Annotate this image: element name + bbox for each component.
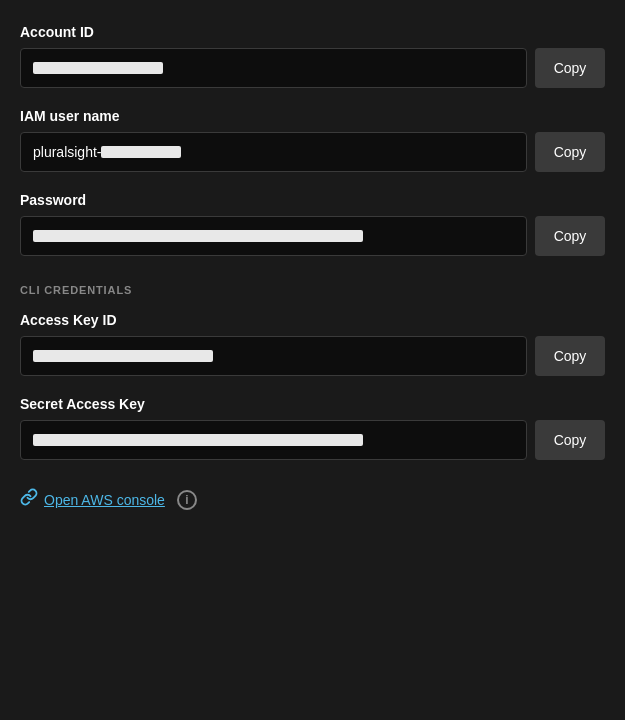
secret-access-key-masked — [33, 434, 363, 446]
secret-access-key-copy-button[interactable]: Copy — [535, 420, 605, 460]
iam-user-name-label: IAM user name — [20, 108, 605, 124]
iam-user-name-input[interactable]: pluralsight- — [20, 132, 527, 172]
access-key-id-masked — [33, 350, 213, 362]
password-masked — [33, 230, 363, 242]
password-input[interactable] — [20, 216, 527, 256]
info-icon-button[interactable]: i — [177, 490, 197, 510]
access-key-id-label: Access Key ID — [20, 312, 605, 328]
secret-access-key-label: Secret Access Key — [20, 396, 605, 412]
account-id-row: Copy — [20, 48, 605, 88]
secret-access-key-input[interactable] — [20, 420, 527, 460]
open-console-label: Open AWS console — [44, 492, 165, 508]
password-group: Password Copy — [20, 192, 605, 256]
account-id-group: Account ID Copy — [20, 24, 605, 88]
iam-user-name-group: IAM user name pluralsight- Copy — [20, 108, 605, 172]
account-id-masked — [33, 62, 163, 74]
iam-user-name-row: pluralsight- Copy — [20, 132, 605, 172]
secret-access-key-group: Secret Access Key Copy — [20, 396, 605, 460]
access-key-id-group: Access Key ID Copy — [20, 312, 605, 376]
cli-section-divider: CLI CREDENTIALS — [20, 284, 605, 296]
access-key-id-input[interactable] — [20, 336, 527, 376]
iam-user-name-copy-button[interactable]: Copy — [535, 132, 605, 172]
password-copy-button[interactable]: Copy — [535, 216, 605, 256]
account-id-label: Account ID — [20, 24, 605, 40]
secret-access-key-row: Copy — [20, 420, 605, 460]
access-key-id-copy-button[interactable]: Copy — [535, 336, 605, 376]
cli-section-title: CLI CREDENTIALS — [20, 284, 605, 296]
footer: Open AWS console i — [20, 488, 605, 511]
account-id-input[interactable] — [20, 48, 527, 88]
info-icon-label: i — [185, 493, 188, 507]
access-key-id-row: Copy — [20, 336, 605, 376]
open-aws-console-link[interactable]: Open AWS console — [20, 488, 165, 511]
iam-user-name-masked — [101, 146, 181, 158]
link-icon — [20, 488, 38, 511]
iam-prefix-text: pluralsight- — [33, 144, 101, 160]
password-row: Copy — [20, 216, 605, 256]
password-label: Password — [20, 192, 605, 208]
account-id-copy-button[interactable]: Copy — [535, 48, 605, 88]
